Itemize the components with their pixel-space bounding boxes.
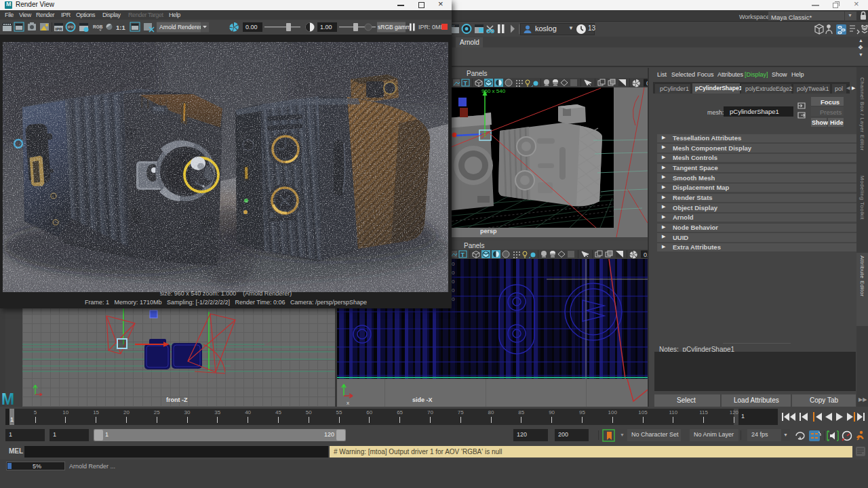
svg-text:0: 0 <box>452 287 455 293</box>
svg-text:1.00: 1.00 <box>320 24 332 30</box>
svg-text:T: T <box>461 251 465 258</box>
svg-text:T: T <box>464 80 468 87</box>
svg-text:1:1: 1:1 <box>116 24 125 31</box>
svg-text:IPR: IPR <box>56 27 63 31</box>
svg-text:RGB: RGB <box>93 24 103 29</box>
svg-text:0: 0 <box>452 261 455 267</box>
svg-text:Arnold Renderer: Arnold Renderer <box>159 24 202 30</box>
svg-text:IPR: 0MB: IPR: 0MB <box>418 24 445 30</box>
svg-text:0: 0 <box>452 270 455 276</box>
svg-text:sRGB gamm: sRGB gamm <box>378 24 411 30</box>
svg-text:M: M <box>1 390 14 407</box>
svg-text:IPR: IPR <box>68 25 74 29</box>
svg-text:0.00: 0.00 <box>245 24 258 30</box>
svg-text:0: 0 <box>452 296 455 302</box>
svg-text:22: 22 <box>452 24 455 28</box>
svg-text:0: 0 <box>452 279 455 285</box>
svg-text:x: x <box>347 400 349 406</box>
